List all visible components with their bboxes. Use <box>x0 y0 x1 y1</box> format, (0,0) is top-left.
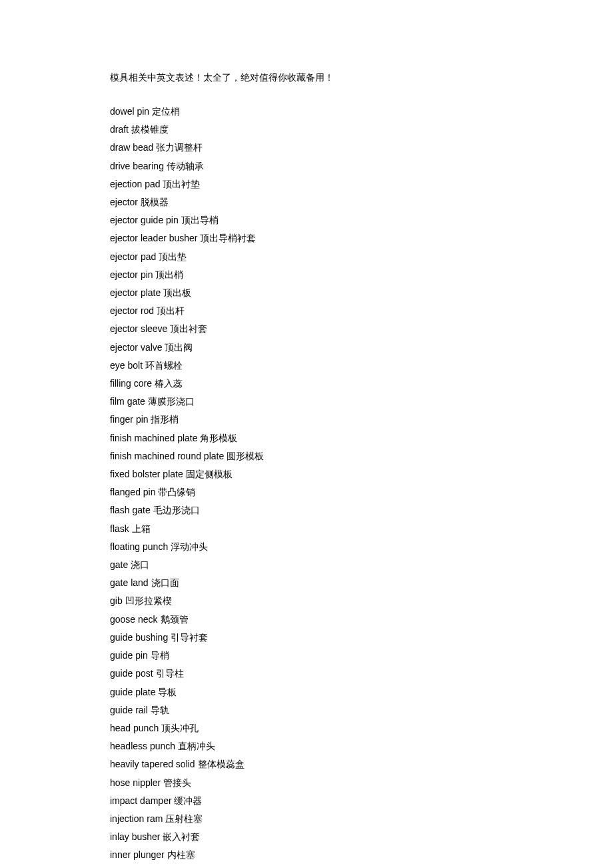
term-line: hose nippler 管接头 <box>110 774 613 792</box>
term-english: filling core <box>110 378 152 389</box>
term-line: finish machined round plate 圆形模板 <box>110 447 613 465</box>
term-english: flash gate <box>110 505 151 515</box>
term-english: ejector plate <box>110 287 161 298</box>
term-chinese: 浇口面 <box>151 578 179 588</box>
term-chinese: 圆形模板 <box>227 451 264 461</box>
term-chinese: 顶出导梢 <box>181 215 219 225</box>
term-line: ejector valve 顶出阀 <box>110 339 613 357</box>
term-english: heavily tapered solid <box>110 759 195 769</box>
term-line: ejector plate 顶出板 <box>110 284 613 302</box>
term-english: gib <box>110 595 123 606</box>
term-line: impact damper 缓冲器 <box>110 792 613 810</box>
term-english: finish machined plate <box>110 433 198 443</box>
term-line: ejector leader busher 顶出导梢衬套 <box>110 229 613 247</box>
term-line: eye bolt 环首螺栓 <box>110 357 613 375</box>
term-line: inlay busher 嵌入衬套 <box>110 828 613 846</box>
term-line: goose neck 鹅颈管 <box>110 611 613 629</box>
term-chinese: 顶头冲孔 <box>161 723 199 733</box>
term-chinese: 凹形拉紧楔 <box>125 596 172 606</box>
term-chinese: 顶出衬垫 <box>163 179 200 189</box>
term-chinese: 带凸缘销 <box>158 487 195 497</box>
term-english: ejection pad <box>110 179 161 189</box>
term-english: draw bead <box>110 142 153 153</box>
term-english: ejector leader busher <box>110 233 198 243</box>
term-line: draft 拔模锥度 <box>110 121 613 139</box>
term-english: gate <box>110 559 128 570</box>
term-line: ejector guide pin 顶出导梢 <box>110 211 613 229</box>
term-chinese: 顶出垫 <box>159 252 187 262</box>
term-chinese: 导板 <box>158 687 177 697</box>
term-line: gate 浇口 <box>110 556 613 574</box>
term-chinese: 引导衬套 <box>171 633 208 643</box>
term-chinese: 传动轴承 <box>167 161 204 171</box>
term-line: ejector sleeve 顶出衬套 <box>110 320 613 338</box>
term-english: impact damper <box>110 795 172 806</box>
term-english: inner plunger <box>110 849 165 860</box>
term-chinese: 压射柱塞 <box>165 814 203 824</box>
term-line: floating punch 浮动冲头 <box>110 538 613 556</box>
term-chinese: 鹅颈管 <box>161 615 189 625</box>
term-english: guide plate <box>110 687 156 697</box>
term-line: ejector 脱模器 <box>110 193 613 211</box>
term-english: inlay busher <box>110 831 161 842</box>
term-english: ejector rod <box>110 305 154 316</box>
term-line: gate land 浇口面 <box>110 574 613 592</box>
term-english: guide bushing <box>110 632 168 643</box>
term-chinese: 引导柱 <box>156 669 184 679</box>
term-english: guide pin <box>110 650 148 661</box>
term-english: injection ram <box>110 813 163 824</box>
term-english: goose neck <box>110 614 158 625</box>
term-english: flask <box>110 523 129 534</box>
term-english: ejector <box>110 197 138 207</box>
term-english: drive bearing <box>110 161 164 171</box>
term-english: film gate <box>110 396 145 407</box>
term-line: guide plate 导板 <box>110 683 613 701</box>
term-chinese: 管接头 <box>163 778 191 788</box>
term-chinese: 椿入蕊 <box>155 379 183 389</box>
term-english: hose nippler <box>110 777 161 788</box>
term-line: inner plunger 内柱塞 <box>110 846 613 864</box>
term-line: ejection pad 顶出衬垫 <box>110 175 613 193</box>
term-english: head punch <box>110 723 159 733</box>
term-chinese: 嵌入衬套 <box>163 832 200 842</box>
term-line: headless punch 直柄冲头 <box>110 737 613 755</box>
term-line: heavily tapered solid 整体模蕊盒 <box>110 755 613 773</box>
term-english: ejector pad <box>110 251 156 262</box>
term-line: guide pin 导梢 <box>110 647 613 665</box>
term-chinese: 浮动冲头 <box>171 542 208 552</box>
term-chinese: 顶出杆 <box>157 306 185 316</box>
term-chinese: 缓冲器 <box>174 796 202 806</box>
document-title: 模具相关中英文表述！太全了，绝对值得你收藏备用！ <box>110 72 613 84</box>
term-line: finger pin 指形梢 <box>110 411 613 429</box>
term-english: ejector guide pin <box>110 215 179 225</box>
term-line: filling core 椿入蕊 <box>110 375 613 393</box>
term-english: draft <box>110 124 129 135</box>
term-chinese: 顶出梢 <box>155 270 183 280</box>
term-chinese: 内柱塞 <box>167 850 195 860</box>
term-line: head punch 顶头冲孔 <box>110 719 613 737</box>
term-chinese: 导梢 <box>151 651 169 661</box>
term-line: dowel pin 定位梢 <box>110 103 613 121</box>
term-english: floating punch <box>110 541 168 552</box>
term-chinese: 顶出导梢衬套 <box>200 233 256 243</box>
term-line: fixed bolster plate 固定侧模板 <box>110 465 613 483</box>
term-chinese: 顶出阀 <box>165 343 193 353</box>
term-english: guide post <box>110 668 153 679</box>
term-english: flanged pin <box>110 487 156 497</box>
term-line: gib 凹形拉紧楔 <box>110 592 613 610</box>
term-chinese: 指形梢 <box>151 415 179 425</box>
term-line: ejector pin 顶出梢 <box>110 266 613 284</box>
term-english: headless punch <box>110 741 175 751</box>
term-chinese: 导轨 <box>151 705 169 715</box>
term-line: guide post 引导柱 <box>110 665 613 683</box>
term-english: eye bolt <box>110 360 143 371</box>
term-chinese: 直柄冲头 <box>178 741 215 751</box>
term-english: finger pin <box>110 414 149 425</box>
term-chinese: 环首螺栓 <box>145 361 183 371</box>
term-line: ejector rod 顶出杆 <box>110 302 613 320</box>
term-english: finish machined round plate <box>110 451 224 461</box>
term-english: dowel pin <box>110 106 149 117</box>
term-chinese: 固定侧模板 <box>186 469 233 479</box>
term-line: flash gate 毛边形浇口 <box>110 501 613 519</box>
term-chinese: 脱模器 <box>141 197 169 207</box>
